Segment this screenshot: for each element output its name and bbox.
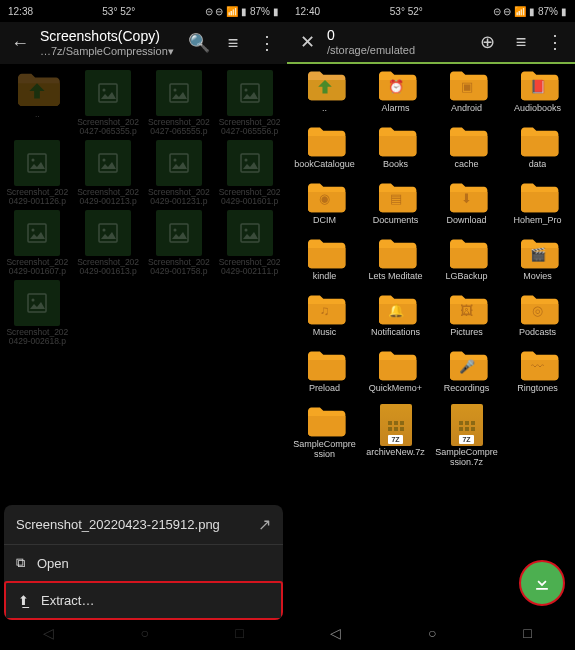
- folder-item[interactable]: 🎤Recordings: [433, 348, 500, 402]
- folder-item[interactable]: kindle: [291, 236, 358, 290]
- nav-back-icon[interactable]: ◁: [330, 625, 341, 641]
- nav-back-icon[interactable]: ◁: [43, 625, 54, 641]
- open-label: Open: [37, 556, 69, 571]
- menu-icon[interactable]: ⋮: [253, 29, 281, 57]
- item-label: Screenshot_202 0429-001613.p: [76, 258, 140, 276]
- svg-point-21: [244, 229, 247, 232]
- svg-rect-12: [241, 154, 259, 172]
- sheet-filename: Screenshot_20220423-215912.png: [16, 517, 220, 532]
- header-path[interactable]: …7z/SampleCompression▾: [40, 45, 179, 58]
- open-action[interactable]: ⧉ Open: [4, 545, 283, 581]
- image-item[interactable]: Screenshot_202 0429-001607.p: [4, 210, 71, 276]
- header-title: 0: [327, 27, 467, 44]
- image-item[interactable]: Screenshot_202 0429-001213.p: [75, 140, 142, 206]
- item-label: SampleCompression.7z: [435, 448, 499, 466]
- image-item[interactable]: Screenshot_202 0427-065555.p: [146, 70, 213, 136]
- folder-item[interactable]: 📕Audiobooks: [504, 68, 571, 122]
- navbar-left: ◁ ○ □: [0, 616, 287, 650]
- folder-item[interactable]: ▣Android: [433, 68, 500, 122]
- folder-item[interactable]: LGBackup: [433, 236, 500, 290]
- item-label: Hohem_Pro: [513, 216, 561, 234]
- folder-item[interactable]: Hohem_Pro: [504, 180, 571, 234]
- folder-item[interactable]: Preload: [291, 348, 358, 402]
- svg-rect-16: [99, 224, 117, 242]
- item-label: ..: [322, 104, 327, 122]
- folder-item[interactable]: ♫Music: [291, 292, 358, 346]
- download-icon: [532, 573, 552, 593]
- open-icon: ⧉: [16, 555, 25, 571]
- add-icon[interactable]: ⊕: [473, 28, 501, 56]
- item-label: ..: [35, 110, 40, 128]
- svg-point-11: [173, 159, 176, 162]
- svg-point-23: [32, 299, 35, 302]
- upload-icon: ⬆̲: [18, 593, 29, 608]
- item-label: Ringtones: [517, 384, 558, 402]
- back-icon[interactable]: ←: [6, 29, 34, 57]
- item-label: Screenshot_202 0427-065556.p: [218, 118, 282, 136]
- menu-icon[interactable]: ⋮: [541, 28, 569, 56]
- item-label: kindle: [313, 272, 337, 290]
- close-icon[interactable]: ✕: [293, 28, 321, 56]
- expand-icon[interactable]: ↗: [258, 515, 271, 534]
- folder-item[interactable]: ◎Podcasts: [504, 292, 571, 346]
- item-label: Podcasts: [519, 328, 556, 346]
- archive-item[interactable]: 7ZarchiveNew.7z: [362, 404, 429, 466]
- search-icon[interactable]: 🔍: [185, 29, 213, 57]
- image-item[interactable]: Screenshot_202 0429-001758.p: [146, 210, 213, 276]
- image-item[interactable]: Screenshot_202 0429-001126.p: [4, 140, 71, 206]
- image-item[interactable]: Screenshot_202 0429-002111.p: [216, 210, 283, 276]
- folder-item[interactable]: SampleCompression: [291, 404, 358, 466]
- parent-folder[interactable]: ..: [291, 68, 358, 122]
- folder-item[interactable]: 🔔Notifications: [362, 292, 429, 346]
- folder-item[interactable]: ◉DCIM: [291, 180, 358, 234]
- image-item[interactable]: Screenshot_202 0429-001601.p: [216, 140, 283, 206]
- folder-item[interactable]: 〰Ringtones: [504, 348, 571, 402]
- svg-point-9: [103, 159, 106, 162]
- folder-item[interactable]: bookCatalogue: [291, 124, 358, 178]
- extract-fab[interactable]: [519, 560, 565, 606]
- item-label: LGBackup: [445, 272, 487, 290]
- folder-item[interactable]: 🎬Movies: [504, 236, 571, 290]
- nav-home-icon[interactable]: ○: [141, 625, 149, 641]
- svg-point-19: [173, 229, 176, 232]
- item-label: Audiobooks: [514, 104, 561, 122]
- folder-item[interactable]: cache: [433, 124, 500, 178]
- item-label: Lets Meditate: [368, 272, 422, 290]
- svg-point-17: [103, 229, 106, 232]
- image-item[interactable]: Screenshot_202 0427-065556.p: [216, 70, 283, 136]
- svg-point-5: [244, 89, 247, 92]
- folder-item[interactable]: ▤Documents: [362, 180, 429, 234]
- status-bar: 12:38 53° 52° ⊝ ⊖ 📶 ▮ 87% ▮: [0, 0, 287, 22]
- extract-action[interactable]: ⬆̲ Extract…: [4, 581, 283, 620]
- nav-recent-icon[interactable]: □: [523, 625, 531, 641]
- nav-recent-icon[interactable]: □: [235, 625, 243, 641]
- folder-item[interactable]: ⏰Alarms: [362, 68, 429, 122]
- svg-rect-8: [99, 154, 117, 172]
- folder-item[interactable]: 🖼Pictures: [433, 292, 500, 346]
- image-item[interactable]: Screenshot_202 0429-001231.p: [146, 140, 213, 206]
- nav-home-icon[interactable]: ○: [428, 625, 436, 641]
- item-label: Screenshot_202 0429-001213.p: [76, 188, 140, 206]
- folder-item[interactable]: QuickMemo+: [362, 348, 429, 402]
- folder-item[interactable]: Lets Meditate: [362, 236, 429, 290]
- parent-folder[interactable]: ..: [4, 70, 71, 136]
- item-label: Books: [383, 160, 408, 178]
- list-view-icon[interactable]: ≡: [507, 28, 535, 56]
- status-icons: ⊝ ⊖ 📶 ▮ 87% ▮: [205, 6, 279, 17]
- image-item[interactable]: Screenshot_202 0429-001613.p: [75, 210, 142, 276]
- image-item[interactable]: Screenshot_202 0427-065355.p: [75, 70, 142, 136]
- list-view-icon[interactable]: ≡: [219, 29, 247, 57]
- item-label: Screenshot_202 0429-002111.p: [218, 258, 282, 276]
- svg-point-1: [103, 89, 106, 92]
- item-label: Download: [446, 216, 486, 234]
- image-item[interactable]: Screenshot_202 0429-002618.p: [4, 280, 71, 346]
- folder-item[interactable]: Books: [362, 124, 429, 178]
- extract-label: Extract…: [41, 593, 94, 608]
- status-temp: 53° 52°: [390, 6, 423, 17]
- header-path[interactable]: /storage/emulated: [327, 44, 467, 57]
- folder-item[interactable]: ⬇Download: [433, 180, 500, 234]
- svg-rect-2: [170, 84, 188, 102]
- folder-item[interactable]: data: [504, 124, 571, 178]
- archive-item[interactable]: 7ZSampleCompression.7z: [433, 404, 500, 466]
- svg-rect-18: [170, 224, 188, 242]
